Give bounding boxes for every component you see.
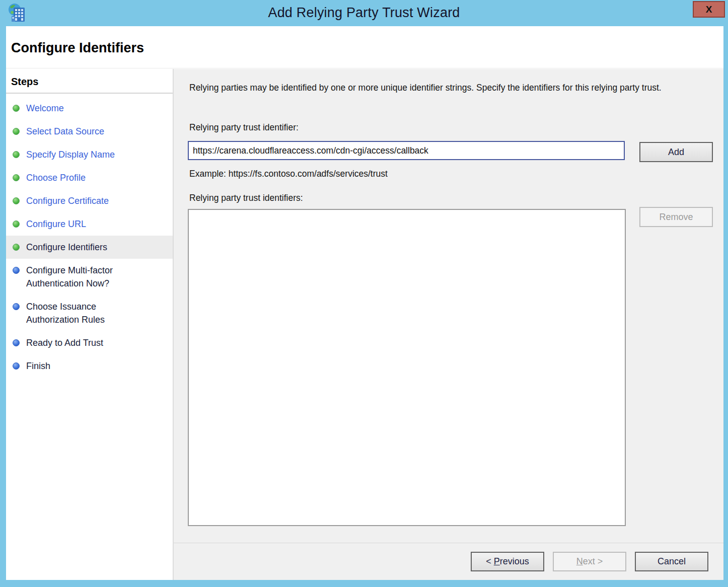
next-button: Next > (553, 552, 626, 571)
identifiers-list-label: Relying party trust identifiers: (189, 193, 303, 203)
wizard-footer: < Previous Next > Cancel (174, 543, 723, 580)
identifiers-listbox[interactable] (188, 209, 626, 526)
cancel-button[interactable]: Cancel (635, 552, 708, 571)
page-header: Configure Identifiers (6, 26, 723, 68)
step-configure-identifiers[interactable]: Configure Identifiers (6, 236, 173, 259)
steps-list: Welcome Select Data Source Specify Displ… (6, 97, 173, 378)
remove-button: Remove (639, 207, 713, 227)
example-text: Example: https://fs.contoso.com/adfs/ser… (189, 169, 388, 179)
previous-button[interactable]: < Previous (471, 552, 544, 571)
titlebar: Add Relying Party Trust Wizard X (0, 0, 728, 26)
wizard-body: Configure Identifiers Steps Welcome Sele… (6, 26, 723, 580)
step-configure-certificate[interactable]: Configure Certificate (6, 189, 173, 212)
add-button[interactable]: Add (639, 142, 713, 162)
window-title: Add Relying Party Trust Wizard (0, 0, 728, 26)
identifier-label: Relying party trust identifier: (189, 122, 299, 133)
step-choose-issuance-rules[interactable]: Choose Issuance Authorization Rules (6, 295, 173, 331)
steps-divider (6, 93, 173, 94)
step-specify-display-name[interactable]: Specify Display Name (6, 143, 173, 166)
close-icon[interactable]: X (693, 1, 725, 18)
step-done-icon (13, 221, 20, 228)
step-current-icon (13, 244, 20, 251)
description-text: Relying parties may be identified by one… (189, 81, 705, 95)
steps-heading: Steps (6, 75, 173, 93)
step-done-icon (13, 151, 20, 158)
step-pending-icon (13, 267, 20, 274)
step-pending-icon (13, 339, 20, 346)
identifier-input[interactable] (188, 141, 625, 160)
step-done-icon (13, 128, 20, 135)
step-finish[interactable]: Finish (6, 354, 173, 378)
step-pending-icon (13, 362, 20, 370)
step-done-icon (13, 174, 20, 181)
step-done-icon (13, 197, 20, 204)
step-welcome[interactable]: Welcome (6, 97, 173, 120)
step-ready-to-add-trust[interactable]: Ready to Add Trust (6, 331, 173, 354)
steps-sidebar: Steps Welcome Select Data Source Specify… (6, 69, 174, 580)
step-configure-url[interactable]: Configure URL (6, 212, 173, 236)
step-select-data-source[interactable]: Select Data Source (6, 120, 173, 143)
step-done-icon (13, 105, 20, 112)
page-title: Configure Identifiers (6, 26, 723, 56)
step-choose-profile[interactable]: Choose Profile (6, 166, 173, 189)
step-pending-icon (13, 303, 20, 310)
step-configure-mfa[interactable]: Configure Multi-factor Authentication No… (6, 259, 173, 295)
main-panel: Relying parties may be identified by one… (174, 69, 723, 580)
